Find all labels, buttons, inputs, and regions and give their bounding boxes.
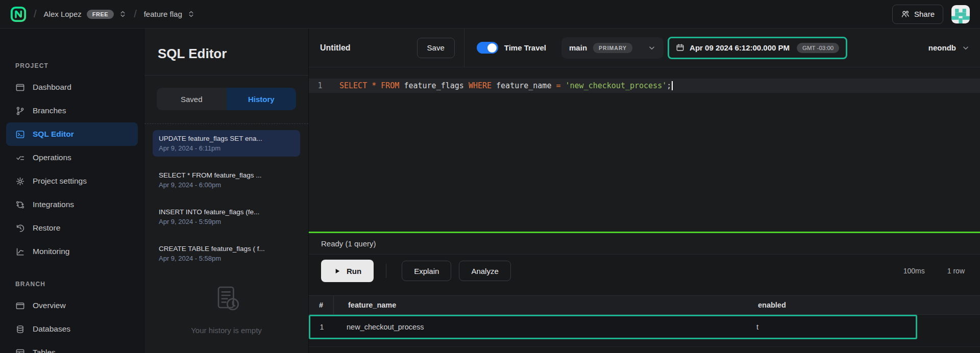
sidebar-item[interactable]: SQL Editor [6,122,138,146]
share-label: Share [914,10,935,18]
column-header-index: # [309,301,333,309]
breadcrumb-org[interactable]: Alex Lopez FREE [44,10,127,19]
history-query: SELECT * FROM feature_flags ... [159,171,294,179]
analyze-button[interactable]: Analyze [459,261,510,281]
sidebar: PROJECT Dashboard Branches SQ [0,29,144,353]
breadcrumb-separator: / [134,8,137,20]
datetime-value: Apr 09 2024 6:12:00.000 PM [690,43,790,52]
database-dropdown[interactable]: neondb [928,43,980,52]
sidebar-item-label: Operations [33,153,71,162]
history-item[interactable]: INSERT INTO feature_flags (fe... Apr 9, … [153,204,300,230]
sql-editor-panel: SQL Editor Saved History UPDATE feature_… [144,29,308,353]
history-date: Apr 9, 2024 - 5:58pm [159,255,294,262]
branch-dropdown[interactable]: main PRIMARY [561,37,664,59]
sidebar-item[interactable]: Project settings [6,169,138,193]
tab[interactable]: History [227,88,297,110]
status-text: Ready (1 query) [321,239,376,248]
tab[interactable]: Saved [157,88,227,110]
save-button[interactable]: Save [417,38,455,58]
time-travel-toggle[interactable] [477,42,498,54]
line-number: 1 [309,81,331,90]
project-selector-icon[interactable] [187,10,195,18]
sidebar-item-label: Restore [33,223,60,233]
history-query: CREATE TABLE feature_flags ( f... [159,245,294,253]
sidebar-item[interactable]: Tables [6,341,138,353]
history-item[interactable]: CREATE TABLE feature_flags ( f... Apr 9,… [153,240,300,267]
dashboard-icon [15,83,25,92]
code-line[interactable]: 1 SELECT * FROM feature_flags WHERE feat… [309,79,980,93]
history-empty-state: Your history is empty [144,283,308,335]
code-token: feature_flags [399,81,468,90]
sql-editor-icon [15,130,25,139]
integrations-icon [15,200,25,210]
divider [464,29,464,67]
share-button[interactable]: Share [892,5,943,24]
sidebar-item[interactable]: Integrations [6,193,138,216]
history-query: UPDATE feature_flags SET ena... [159,135,294,142]
table-header: # feature_name enabled [309,295,980,315]
sidebar-heading-project: PROJECT [15,62,144,69]
sidebar-item-label: Branches [33,106,66,115]
history-item[interactable]: SELECT * FROM feature_flags ... Apr 9, 2… [153,167,300,193]
editor-main: Untitled Save Time Travel main PRIMARY A… [308,29,980,353]
table-row[interactable]: 1 new_checkout_process t [309,315,917,339]
toggle-knob [487,43,497,53]
text-cursor [672,81,673,90]
column-header-enabled: enabled [758,301,980,309]
run-label: Run [347,267,361,275]
sidebar-item-label: Dashboard [33,83,71,92]
sidebar-heading-branch: BRANCH [15,281,144,288]
run-button[interactable]: Run [321,260,374,282]
tables-icon [15,348,25,353]
org-selector-icon[interactable] [119,10,127,18]
sidebar-item[interactable]: Overview [6,294,138,317]
history-query: INSERT INTO feature_flags (fe... [159,208,294,216]
restore-icon [15,223,25,233]
code-token [376,81,381,90]
cell-enabled: t [756,323,916,331]
branch-name: main [569,43,587,52]
time-travel-datetime-picker[interactable]: Apr 09 2024 6:12:00.000 PM GMT -03:00 [668,37,847,59]
sidebar-item[interactable]: Monitoring [6,240,138,263]
avatar[interactable] [951,5,970,23]
code-token [561,81,566,90]
sidebar-item-label: Overview [33,301,66,310]
history-item[interactable]: UPDATE feature_flags SET ena... Apr 9, 2… [153,130,300,157]
breadcrumb-project[interactable]: feature flag [144,10,195,18]
sidebar-item-label: Integrations [33,200,74,209]
document-clock-icon [210,283,243,316]
play-icon [333,267,341,275]
status-bar: Ready (1 query) [309,233,980,255]
primary-badge: PRIMARY [593,43,632,53]
divider [144,123,308,124]
sidebar-item[interactable]: Restore [6,216,138,240]
query-meta: 100ms 1 row [903,267,980,275]
sidebar-item-label: Tables [33,348,56,353]
code-token: = [556,81,560,90]
sql-code-editor[interactable]: 1 SELECT * FROM feature_flags WHERE feat… [309,67,980,232]
neon-logo-icon[interactable] [10,6,27,22]
operations-icon [15,153,25,163]
overview-icon [15,301,25,311]
databases-icon [15,324,25,334]
timezone-badge: GMT -03:00 [797,43,839,53]
history-date: Apr 9, 2024 - 6:00pm [159,181,294,189]
topbar-right: Share [892,5,970,24]
code-tokens: SELECT * FROM feature_flags WHERE featur… [339,81,671,90]
divider [309,346,980,347]
sidebar-item-label: SQL Editor [33,130,74,139]
editor-header: Untitled Save Time Travel main PRIMARY A… [309,29,980,67]
sidebar-item[interactable]: Branches [6,99,138,122]
sidebar-item-label: Databases [33,324,70,334]
actions-row: Run Explain Analyze 100ms 1 row [309,255,980,287]
column-header-feature-name: feature_name [333,296,758,314]
cell-feature-name: new_checkout_process [333,323,756,331]
monitoring-icon [15,247,25,257]
sidebar-item[interactable]: Databases [6,317,138,341]
empty-state-text: Your history is empty [144,326,308,335]
code-token: WHERE [469,81,492,90]
explain-button[interactable]: Explain [402,261,451,281]
row-count: 1 row [947,267,965,275]
sidebar-item[interactable]: Dashboard [6,75,138,99]
sidebar-item[interactable]: Operations [6,146,138,169]
